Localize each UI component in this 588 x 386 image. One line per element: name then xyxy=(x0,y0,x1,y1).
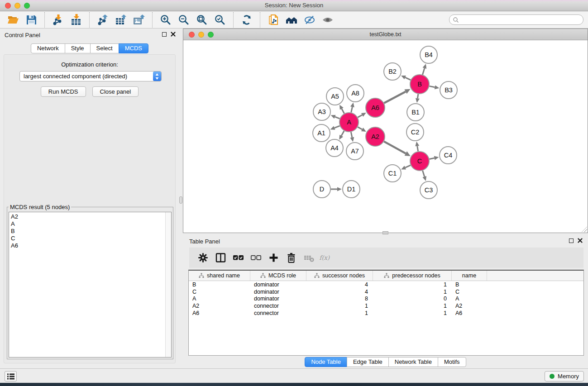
search-box[interactable] xyxy=(449,14,583,25)
graph-node-A5[interactable]: A5 xyxy=(326,88,344,105)
table-row[interactable]: Adominator80A xyxy=(189,295,583,303)
tab-network-table[interactable]: Network Table xyxy=(388,357,438,367)
graph-node-A3[interactable]: A3 xyxy=(313,103,330,120)
graph-edge-A-A5[interactable] xyxy=(339,105,344,113)
result-scrollbar[interactable] xyxy=(165,212,171,357)
table-cell[interactable]: 1 xyxy=(306,310,373,317)
graph-edge-A6-B[interactable] xyxy=(384,89,410,103)
graph-node-A8[interactable]: A8 xyxy=(347,85,364,102)
table-cell[interactable]: 1 xyxy=(373,281,452,288)
splitter-handle[interactable] xyxy=(179,196,182,204)
settings-gear-icon[interactable] xyxy=(195,251,210,265)
graph-edge-B-B4[interactable] xyxy=(422,64,426,75)
graph-node-C3[interactable]: C3 xyxy=(420,181,437,199)
eye-disabled-icon[interactable] xyxy=(319,13,337,27)
task-history-button[interactable] xyxy=(5,371,17,381)
mcds-result-item[interactable]: A6 xyxy=(9,242,171,249)
graph-edge-C-C2[interactable] xyxy=(415,142,419,152)
zoom-selected-icon[interactable] xyxy=(211,13,229,27)
column-header-name[interactable]: name xyxy=(452,271,487,281)
table-float-panel-icon[interactable] xyxy=(569,238,574,243)
graph-edge-A-A6[interactable] xyxy=(358,113,366,117)
open-file-icon[interactable] xyxy=(4,13,22,27)
delete-table-icon[interactable] xyxy=(301,251,316,265)
table-row[interactable]: Cdominator41C xyxy=(189,288,583,295)
column-header-predecessor-nodes[interactable]: predecessor nodes xyxy=(373,271,452,281)
search-input[interactable] xyxy=(459,15,583,24)
mcds-result-list[interactable]: A2ABCA6 xyxy=(9,212,172,357)
zoom-in-icon[interactable] xyxy=(157,13,175,27)
graph-node-C[interactable]: C xyxy=(410,152,429,171)
graph-edge-A2-C[interactable] xyxy=(384,142,411,156)
graph-node-A4[interactable]: A4 xyxy=(326,139,343,157)
table-row[interactable]: Bdominator41B xyxy=(189,281,583,288)
graph-node-C1[interactable]: C1 xyxy=(384,165,401,182)
table-row[interactable]: A2connector11A2 xyxy=(189,302,583,310)
delete-column-icon[interactable] xyxy=(283,251,299,265)
graph-node-A6[interactable]: A6 xyxy=(366,98,385,117)
select-all-checkboxes-icon[interactable] xyxy=(230,251,246,265)
table-cell[interactable]: 4 xyxy=(306,288,373,295)
export-image-icon[interactable] xyxy=(130,13,148,27)
graph-edge-A-A1[interactable] xyxy=(330,126,340,130)
table-cell[interactable]: 0 xyxy=(373,295,452,303)
graph-node-B1[interactable]: B1 xyxy=(407,104,424,121)
table-cell[interactable]: connector xyxy=(250,302,306,310)
table-cell[interactable]: 1 xyxy=(373,302,452,310)
import-network-icon[interactable] xyxy=(49,13,67,27)
graph-edge-C-C1[interactable] xyxy=(401,165,411,169)
mcds-result-item[interactable]: A2 xyxy=(9,213,171,220)
network-hscroll-handle[interactable] xyxy=(382,231,388,234)
table-cell[interactable]: C xyxy=(189,288,250,295)
graph-edge-A-A8[interactable] xyxy=(350,103,354,113)
table-close-panel-icon[interactable] xyxy=(578,238,583,243)
table-cell[interactable]: A xyxy=(189,295,250,303)
mcds-result-item[interactable]: B xyxy=(9,228,171,235)
mcds-result-item[interactable]: C xyxy=(9,235,171,242)
tab-motifs[interactable]: Motifs xyxy=(438,357,466,367)
tab-edge-table[interactable]: Edge Table xyxy=(347,357,389,367)
table-cell[interactable]: A6 xyxy=(189,310,250,317)
tab-network[interactable]: Network xyxy=(31,43,65,53)
table-cell[interactable]: 1 xyxy=(373,288,452,295)
save-session-icon[interactable] xyxy=(22,13,40,27)
float-panel-icon[interactable] xyxy=(162,32,167,37)
graph-node-A7[interactable]: A7 xyxy=(346,143,363,160)
toggle-column-view-icon[interactable] xyxy=(213,251,228,265)
graph-node-A1[interactable]: A1 xyxy=(313,124,330,142)
function-builder-icon[interactable]: f(x) xyxy=(319,251,334,265)
graph-node-D1[interactable]: D1 xyxy=(343,181,360,198)
graph-node-A2[interactable]: A2 xyxy=(366,127,385,146)
network-canvas[interactable]: B4B2BB3A5A8A6B1A3AC2A1A2A4A7C4CC1C3DD1 xyxy=(183,40,588,233)
new-network-document-icon[interactable] xyxy=(264,13,282,27)
add-column-icon[interactable] xyxy=(266,251,281,265)
graph-node-A[interactable]: A xyxy=(339,113,359,132)
refresh-layout-icon[interactable] xyxy=(238,13,256,27)
mcds-result-item[interactable]: A xyxy=(9,220,171,228)
graph-edge-C-C3[interactable] xyxy=(422,171,426,181)
tab-select[interactable]: Select xyxy=(90,43,119,53)
graph-node-B[interactable]: B xyxy=(410,75,429,94)
graph-edge-A-A7[interactable] xyxy=(350,132,354,142)
table-cell[interactable]: 1 xyxy=(373,310,452,317)
network-window-titlebar[interactable]: testGlobe.txt xyxy=(183,29,588,40)
graph-edge-D-D1[interactable] xyxy=(331,187,342,191)
graph-node-C4[interactable]: C4 xyxy=(440,147,457,164)
deselect-all-checkboxes-icon[interactable] xyxy=(248,251,263,265)
graph-node-B2[interactable]: B2 xyxy=(384,63,401,80)
graph-node-D[interactable]: D xyxy=(313,181,330,198)
graph-node-B3[interactable]: B3 xyxy=(440,81,457,99)
graph-edge-C-C4[interactable] xyxy=(430,156,439,160)
table-cell[interactable]: B xyxy=(189,281,250,288)
table-cell[interactable]: A2 xyxy=(452,302,487,310)
table-cell[interactable]: 4 xyxy=(306,281,373,288)
show-hide-graphics-details-icon[interactable] xyxy=(301,13,319,27)
table-cell[interactable]: connector xyxy=(250,310,306,317)
run-mcds-button[interactable]: Run MCDS xyxy=(41,86,86,97)
graph-edge-B-B2[interactable] xyxy=(401,76,411,80)
graph-edge-A-A4[interactable] xyxy=(339,131,344,140)
table-cell[interactable]: A xyxy=(452,295,487,303)
tab-mcds[interactable]: MCDS xyxy=(119,43,148,53)
table-cell[interactable]: A6 xyxy=(452,310,487,317)
zoom-fit-icon[interactable] xyxy=(193,13,211,27)
